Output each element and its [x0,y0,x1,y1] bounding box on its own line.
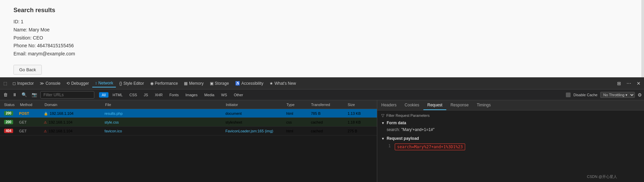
col-status[interactable]: Status [1,103,17,107]
disable-cache-toggle[interactable]: Disable Cache [566,93,598,97]
go-back-button[interactable]: Go Back [13,65,42,75]
close-devtools-button[interactable]: ✕ [635,80,643,87]
col-file[interactable]: File [102,103,223,107]
tab-headers[interactable]: Headers [377,101,400,110]
filter-tab-xhr[interactable]: XHR [152,92,165,98]
filter-request-label[interactable]: Filter Request Parameters [386,113,429,118]
row-file: style.css [102,120,223,124]
status-badge-200: 200 [4,120,13,124]
network-icon: ↕ [95,81,97,85]
tab-style-editor[interactable]: {} Style Editor [117,80,147,87]
tab-performance[interactable]: ◉ Performance [148,80,181,87]
right-panel: Headers Cookies Request Response Timings… [377,100,644,182]
request-list: Status Method Domain File Initiator Type… [0,100,377,182]
result-email: Email: marym@example.com [13,50,631,58]
search-network-button[interactable]: 🔍 [20,92,28,98]
col-method[interactable]: Method [17,103,42,107]
tab-console[interactable]: ≫ Console [37,80,63,87]
storage-icon: ▣ [210,81,214,86]
col-size[interactable]: Size [345,103,376,107]
row-status: 200 [1,111,17,115]
row-method: GET [17,120,41,124]
file-link: style.css [104,120,119,124]
filter-tab-images[interactable]: Images [183,92,200,98]
responsive-design-button[interactable]: ⊞ [615,80,623,87]
tab-response[interactable]: Response [446,101,473,110]
form-data-label: Form data [387,121,406,125]
debugger-icon: ⟲ [66,81,70,86]
style-editor-icon: {} [119,81,122,86]
toolbar-right-icons: ⊞ ⋯ ✕ [615,80,643,87]
network-main: Status Method Domain File Initiator Type… [0,100,644,182]
payload-value: search=Mary%27+and+1%3D1%23 [395,144,465,150]
request-payload-label: Request payload [387,136,419,141]
line-number: 1 [384,144,391,150]
pause-network-button[interactable]: ⏸ [11,92,18,98]
tab-timings[interactable]: Timings [473,101,495,110]
network-toolbar: 🗑 ⏸ 🔍 📷 All HTML CSS JS XHR Fonts Images… [0,89,644,100]
clear-network-button[interactable]: 🗑 [2,92,9,98]
col-domain[interactable]: Domain [42,103,102,107]
table-row[interactable]: 404 GET ⚠ 192.168.1.104 favicon.ico Favi… [0,127,377,135]
row-initiator: FaviconLoader.jsm:165 (img) [223,129,283,133]
throttle-select[interactable]: No Throttling ▾ [600,92,635,98]
filter-tab-media[interactable]: Media [201,92,217,98]
filter-tab-html[interactable]: HTML [110,92,125,98]
tab-storage[interactable]: ▣ Storage [207,80,232,87]
capture-screenshot-button[interactable]: 📷 [30,92,38,98]
form-data-key: search: [387,127,400,132]
accessibility-icon: ♿ [235,81,240,86]
more-tools-button[interactable]: ⋯ [624,80,633,87]
result-id: ID: 1 [13,18,631,26]
filter-tab-css[interactable]: CSS [127,92,140,98]
disable-cache-label: Disable Cache [573,93,598,97]
status-badge-404: 404 [4,129,13,133]
tab-inspector[interactable]: ◻ Inspector [10,80,36,87]
row-file: favicon.ico [102,129,223,133]
tab-cookies[interactable]: Cookies [400,101,423,110]
performance-icon: ◉ [150,81,154,86]
whats-new-icon: ★ [269,81,273,86]
console-icon: ≫ [40,81,44,86]
csdn-watermark: CSDN @开心星人 [587,174,617,179]
filter-tab-js[interactable]: JS [141,92,151,98]
result-position: Position: CEO [13,34,631,42]
row-transferred: 785 B [308,111,345,115]
collapse-arrow-icon: ▼ [381,137,385,140]
tab-request[interactable]: Request [423,101,447,110]
table-row[interactable]: 200 GET ⚠ 192.168.1.104 style.css styles… [0,118,377,127]
row-file: results.php [102,111,223,115]
tab-debugger[interactable]: ⟲ Debugger [64,80,92,87]
right-panel-tabs: Headers Cookies Request Response Timings [377,100,644,110]
tab-whats-new[interactable]: ★ What's New [267,80,299,87]
filter-icon: ▽ [381,113,384,118]
page-content: Search results ID: 1 Name: Mary Moe Posi… [0,0,644,78]
filter-tab-all[interactable]: All [99,92,108,98]
col-initiator[interactable]: Initiator [223,103,284,107]
network-settings-button[interactable]: ⚙ [638,92,642,98]
tab-memory[interactable]: ▦ Memory [181,80,206,87]
col-type[interactable]: Type [284,103,308,107]
devtools-inspect-button[interactable]: ⬚ [1,80,9,87]
memory-icon: ▦ [184,81,188,86]
page-scrollbar[interactable] [641,0,644,78]
row-method: GET [17,129,41,133]
table-row[interactable]: 200 POST 🔒 192.168.1.104 results.php doc… [0,109,377,118]
request-table-body: 200 POST 🔒 192.168.1.104 results.php doc… [0,109,377,182]
inspector-icon: ◻ [12,81,16,86]
tab-network[interactable]: ↕ Network [92,79,116,87]
form-data-value: "Mary'+and+1=1#" [401,127,434,132]
filter-tab-other[interactable]: Other [231,92,246,98]
filter-urls-input[interactable] [40,91,94,99]
filter-tab-ws[interactable]: WS [218,92,230,98]
form-data-section-header[interactable]: ▼ Form data [381,121,640,125]
warning-icon: ⚠ [44,121,47,124]
cursor-icon: ⬚ [3,81,7,86]
page-title: Search results [13,7,631,14]
collapse-arrow-icon: ▼ [381,121,385,125]
request-payload-section-header[interactable]: ▼ Request payload [381,136,640,141]
tab-accessibility[interactable]: ♿ Accessibility [232,80,266,87]
search-results: ID: 1 Name: Mary Moe Position: CEO Phone… [13,18,631,58]
col-transferred[interactable]: Transferred [308,103,345,107]
filter-tab-fonts[interactable]: Fonts [167,92,182,98]
